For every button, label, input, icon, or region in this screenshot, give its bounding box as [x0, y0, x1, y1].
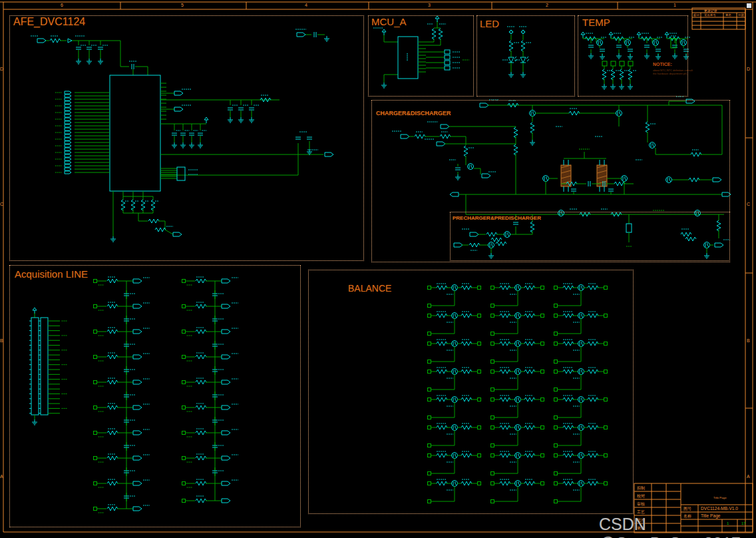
block-acq[interactable]	[9, 265, 301, 527]
revision-col-sign: 签名	[725, 13, 731, 17]
zone-number: 3	[428, 3, 431, 7]
revision-col-mark: 标记	[693, 13, 699, 17]
revision-col-docno: 更改单号	[704, 13, 716, 17]
titleblock-row-checked: 审核	[637, 501, 645, 507]
zone-number: 1	[673, 3, 676, 7]
block-label-temp: TEMP	[582, 17, 610, 28]
block-label-charger: CHARGER&DISCHARGER	[376, 110, 451, 117]
row-letter-right: B	[747, 338, 750, 343]
notice-title: NOTICE:	[653, 62, 672, 67]
row-letter-right: A	[747, 474, 750, 479]
block-label-afe: AFE_DVC1124	[13, 16, 85, 28]
notice-line-2: the hardware department pls.	[653, 72, 687, 75]
zone-number: 4	[305, 3, 307, 7]
titleblock-row-drafted: 拟制	[637, 485, 645, 491]
row-letter-left: D	[0, 67, 3, 71]
titleblock-docno-label: 图号	[683, 506, 691, 511]
block-label-precharger: PRECHARGER&PREDISCHARGER	[453, 215, 541, 221]
block-afe[interactable]	[9, 15, 364, 261]
mouse-cursor	[747, 3, 751, 8]
row-letter-left: A	[0, 474, 3, 479]
titleblock-row-proof: 校对	[637, 493, 645, 499]
titleblock-row-process: 工艺	[637, 509, 645, 515]
titleblock-header-note: Title Page	[713, 496, 727, 499]
row-letter-left: B	[0, 338, 3, 343]
revision-col-date: 日期	[738, 13, 744, 17]
schematic-viewport[interactable]: AFE_DVC1124MCU_ALEDTEMPCHARGER&DISCHARGE…	[0, 0, 756, 538]
titleblock-docno-value: DVC1124-MB-V1.0	[701, 506, 738, 511]
block-balance[interactable]	[308, 270, 634, 514]
block-label-led: LED	[480, 18, 499, 29]
zone-number: 6	[61, 3, 63, 7]
watermark: CSDN @StepByStep2017	[599, 515, 756, 538]
zone-number: 5	[181, 3, 184, 7]
block-label-acq: Acquisition LINE	[15, 268, 88, 280]
notice-line-1: about NTC-NTC definition consult	[653, 69, 693, 72]
row-letter-right: C	[747, 202, 750, 206]
block-label-mcu: MCU_A	[371, 16, 407, 27]
row-letter-left: C	[0, 202, 3, 206]
block-label-balance: BALANCE	[348, 283, 391, 294]
row-letter-right: D	[747, 67, 750, 71]
block-mcu[interactable]	[368, 15, 474, 97]
zone-number: 2	[546, 3, 548, 7]
